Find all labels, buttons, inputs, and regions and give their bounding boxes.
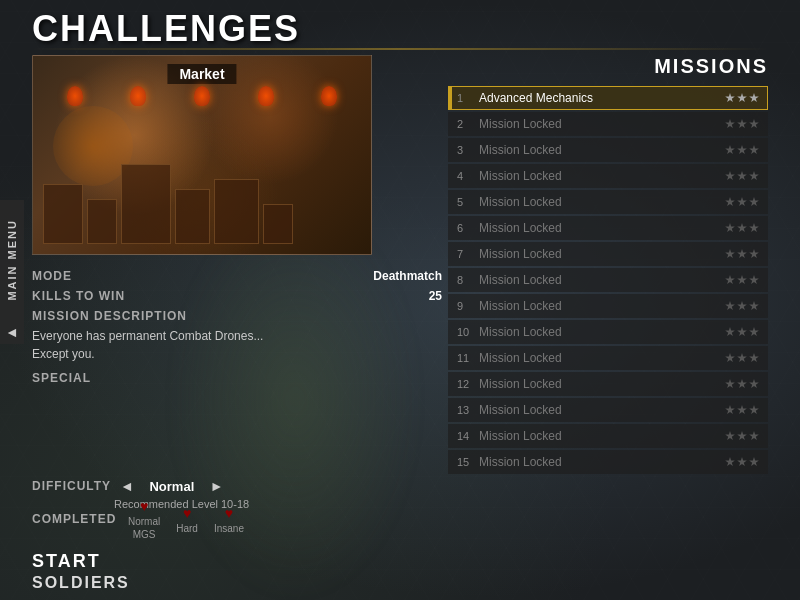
mission-name: Mission Locked xyxy=(475,117,725,131)
mission-stars xyxy=(725,93,759,103)
star-icon xyxy=(749,431,759,441)
star-icon xyxy=(749,327,759,337)
star-icon xyxy=(737,379,747,389)
difficulty-right-arrow[interactable]: ► xyxy=(210,478,224,494)
mission-item[interactable]: 10Mission Locked xyxy=(448,320,768,344)
completed-hard: ♥ Hard xyxy=(176,505,198,534)
star-icon xyxy=(749,275,759,285)
completed-label: COMPLETED xyxy=(32,512,112,526)
mission-item[interactable]: 4Mission Locked xyxy=(448,164,768,188)
mission-stars xyxy=(725,379,759,389)
mission-stars xyxy=(725,431,759,441)
mission-item[interactable]: 14Mission Locked xyxy=(448,424,768,448)
missions-title: MISSIONS xyxy=(448,55,768,78)
star-icon xyxy=(725,223,735,233)
mission-item[interactable]: 8Mission Locked xyxy=(448,268,768,292)
start-button[interactable]: START xyxy=(32,551,130,572)
star-icon xyxy=(749,301,759,311)
mission-item[interactable]: 11Mission Locked xyxy=(448,346,768,370)
mission-item[interactable]: 7Mission Locked xyxy=(448,242,768,266)
mission-item[interactable]: 13Mission Locked xyxy=(448,398,768,422)
mission-item[interactable]: 1Advanced Mechanics xyxy=(448,86,768,110)
star-icon xyxy=(737,301,747,311)
mission-number: 4 xyxy=(457,170,475,182)
arrow-icon: ◄ xyxy=(5,324,19,340)
building-3 xyxy=(121,164,171,244)
map-buildings xyxy=(33,56,371,254)
star-icon xyxy=(749,197,759,207)
star-icon xyxy=(749,457,759,467)
star-icon xyxy=(737,249,747,259)
star-icon xyxy=(749,119,759,129)
star-icon xyxy=(737,405,747,415)
difficulty-left-arrow[interactable]: ◄ xyxy=(120,478,134,494)
hard-label: Hard xyxy=(176,523,198,534)
right-panel: MISSIONS 1Advanced Mechanics2Mission Loc… xyxy=(448,55,768,560)
mission-number: 8 xyxy=(457,274,475,286)
soldiers-button[interactable]: SOLDIERS xyxy=(32,574,130,592)
mission-stars xyxy=(725,171,759,181)
title-divider xyxy=(32,48,768,50)
mission-number: 7 xyxy=(457,248,475,260)
mission-name: Mission Locked xyxy=(475,403,725,417)
mission-info: MODE Deathmatch KILLS TO WIN 25 MISSION … xyxy=(32,269,442,385)
building-5 xyxy=(214,179,259,244)
mission-stars xyxy=(725,457,759,467)
star-icon xyxy=(725,327,735,337)
mission-stars xyxy=(725,223,759,233)
building-1 xyxy=(43,184,83,244)
mission-number: 6 xyxy=(457,222,475,234)
mission-item[interactable]: 3Mission Locked xyxy=(448,138,768,162)
star-icon xyxy=(725,457,735,467)
star-icon xyxy=(737,145,747,155)
mission-item[interactable]: 6Mission Locked xyxy=(448,216,768,240)
star-icon xyxy=(737,275,747,285)
star-icon xyxy=(737,353,747,363)
main-menu-label: MAIN MENU xyxy=(6,219,18,301)
mission-name: Mission Locked xyxy=(475,247,725,261)
star-icon xyxy=(749,171,759,181)
star-icon xyxy=(725,405,735,415)
mission-name: Mission Locked xyxy=(475,429,725,443)
star-icon xyxy=(737,93,747,103)
mission-stars xyxy=(725,405,759,415)
normal-label: Normal xyxy=(128,516,160,527)
mission-item[interactable]: 9Mission Locked xyxy=(448,294,768,318)
mission-item[interactable]: 12Mission Locked xyxy=(448,372,768,396)
mode-row: MODE Deathmatch xyxy=(32,269,442,283)
map-preview: Market xyxy=(32,55,372,255)
mission-item[interactable]: 5Mission Locked xyxy=(448,190,768,214)
mission-name: Mission Locked xyxy=(475,273,725,287)
insane-label: Insane xyxy=(214,523,244,534)
star-icon xyxy=(725,275,735,285)
completed-row: COMPLETED ♥ Normal MGS ♥ Hard ♥ Insane xyxy=(32,498,432,540)
mission-stars xyxy=(725,119,759,129)
mission-stars xyxy=(725,145,759,155)
normal-sub: MGS xyxy=(133,529,156,540)
mission-number: 1 xyxy=(457,92,475,104)
mission-number: 2 xyxy=(457,118,475,130)
mission-number: 10 xyxy=(457,326,475,338)
mission-stars xyxy=(725,197,759,207)
completed-section: COMPLETED ♥ Normal MGS ♥ Hard ♥ Insane xyxy=(32,498,432,540)
mission-name: Mission Locked xyxy=(475,195,725,209)
star-icon xyxy=(749,353,759,363)
mission-number: 12 xyxy=(457,378,475,390)
difficulty-value: Normal xyxy=(142,479,202,494)
mission-name: Advanced Mechanics xyxy=(475,91,725,105)
star-icon xyxy=(737,457,747,467)
side-menu[interactable]: MAIN MENU xyxy=(0,200,24,320)
mission-name: Mission Locked xyxy=(475,351,725,365)
mission-name: Mission Locked xyxy=(475,221,725,235)
mission-item[interactable]: 2Mission Locked xyxy=(448,112,768,136)
star-icon xyxy=(737,431,747,441)
star-icon xyxy=(749,93,759,103)
kills-label: KILLS TO WIN xyxy=(32,289,125,303)
mission-item[interactable]: 15Mission Locked xyxy=(448,450,768,474)
mission-name: Mission Locked xyxy=(475,299,725,313)
building-2 xyxy=(87,199,117,244)
difficulty-row: DIFFICULTY ◄ Normal ► xyxy=(32,478,412,494)
star-icon xyxy=(749,249,759,259)
main-menu-arrow[interactable]: ◄ xyxy=(0,320,24,344)
mission-stars xyxy=(725,327,759,337)
